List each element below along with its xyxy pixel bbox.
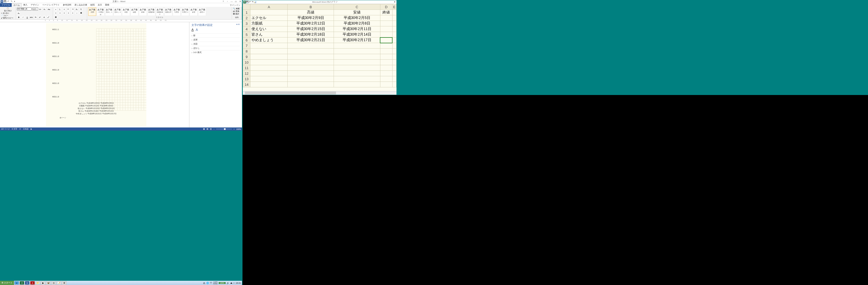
cell[interactable] (380, 32, 392, 37)
cell[interactable] (380, 21, 392, 26)
row-header[interactable]: 9 (243, 54, 250, 60)
effects-pane-close-icon[interactable]: ▾ ✕ (237, 23, 240, 27)
cell[interactable]: やめましょう (250, 37, 288, 43)
taskbar-acrobat-icon[interactable]: A (30, 281, 35, 285)
sort-icon[interactable]: A↓ (75, 7, 79, 11)
select-all-cell[interactable] (243, 4, 250, 10)
align-center-icon[interactable]: ≡ (58, 11, 62, 15)
tray-volume-icon[interactable]: 🔊 (227, 282, 229, 284)
vertical-ruler[interactable] (0, 22, 3, 128)
font-size-combo[interactable] (32, 7, 38, 10)
align-right-icon[interactable]: ≡ (62, 11, 66, 15)
taskbar-excel-icon[interactable]: X (20, 281, 24, 285)
col-header[interactable]: E (392, 4, 396, 10)
cell[interactable] (380, 15, 392, 21)
maximize-icon[interactable]: ▭ (235, 0, 237, 3)
cell[interactable]: 平成30年2月21日 (288, 37, 334, 43)
excel-grid[interactable]: ABCDE1高値安値終値2エクセル平成30年2月9日平成30年2月5日3方眼紙平… (243, 4, 397, 91)
view-print-icon[interactable]: ▦ (203, 128, 205, 130)
style-item[interactable]: あア亜斜体 (139, 7, 147, 16)
style-item[interactable]: あア亜見出し 2 (114, 7, 122, 16)
tab-layout[interactable]: ページ レイアウト (41, 3, 61, 7)
excel-undo-icon[interactable]: ↶ (249, 1, 251, 3)
row-header[interactable]: 4 (243, 26, 250, 32)
cell[interactable]: 使えない (250, 26, 288, 32)
cell[interactable]: 方眼紙 (250, 21, 288, 26)
style-item[interactable]: あア亜引用文 2 (181, 7, 189, 16)
close-icon[interactable]: ✕ (239, 0, 242, 3)
cell[interactable]: 平成30年2月8日 (334, 21, 380, 26)
distribute-icon[interactable]: ≡ (71, 11, 74, 15)
numbering-icon[interactable]: 1. (58, 7, 62, 11)
cell[interactable]: エクセル (250, 15, 288, 21)
select-button[interactable]: ☰ 選択 (233, 13, 241, 15)
status-lang[interactable]: 日本語 (23, 128, 29, 130)
row-header[interactable]: 12 (243, 71, 250, 76)
row-header[interactable]: 11 (243, 65, 250, 71)
cell[interactable]: 平成30年2月15日 (288, 26, 334, 32)
tray-shield-icon[interactable]: 🛡 (210, 282, 212, 284)
show-marks-icon[interactable]: ¶ (79, 7, 83, 11)
tray-network-icon[interactable]: 🌐 (206, 282, 209, 284)
excel-redo-icon[interactable]: ↷ (251, 1, 254, 3)
replace-button[interactable]: ab 置換 (233, 10, 241, 13)
style-gallery[interactable]: あア亜↓ 標準あア亜↓ 行間詰めあア亜見出し 1あア亜見出し 2あア亜表題あア亜… (88, 7, 230, 16)
page-canvas[interactable]: M33.1.1M33.1.0M33.1.0M33.1.0M33.1.0M33.1… (3, 22, 189, 128)
tab-review[interactable]: 校閲 (89, 3, 96, 7)
taskbar-ie-icon[interactable]: e (14, 281, 19, 285)
taskbar-word-icon[interactable]: W (25, 281, 30, 285)
grow-font-icon[interactable]: A↑ (38, 7, 42, 11)
text-effects-icon[interactable]: A (42, 15, 46, 19)
zoom-out-icon[interactable]: − (213, 128, 215, 130)
tab-file[interactable]: ファイル (0, 3, 11, 7)
cell[interactable]: 平成30年2月12日 (288, 21, 334, 26)
style-item[interactable]: あア亜副題 (130, 7, 138, 16)
excel-save-icon[interactable]: 💾 (246, 1, 249, 3)
cell[interactable]: 終値 (380, 10, 392, 15)
style-item[interactable]: あア亜参照 2 (198, 7, 206, 16)
style-item[interactable]: あア亜表題 (122, 7, 130, 16)
style-item[interactable]: あア亜強調斜体 2 (156, 7, 164, 16)
zoom-in-icon[interactable]: + (234, 128, 235, 130)
col-header[interactable]: D (380, 4, 392, 10)
cell[interactable]: 皆さん (250, 32, 288, 37)
clear-format-icon[interactable]: Aₓ (17, 12, 21, 15)
paste-button[interactable]: 📋貼り付け (1, 7, 14, 12)
save-icon[interactable]: 💾 (4, 0, 6, 3)
text-effects-tab-icon[interactable]: A (196, 28, 198, 32)
status-page[interactable]: 1/2 ページ (1, 128, 10, 130)
cell[interactable]: 平成30年2月14日 (334, 32, 380, 37)
align-left-icon[interactable]: ≡ (54, 11, 58, 15)
col-header[interactable]: A (250, 4, 288, 10)
excel-horizontal-scrollbar[interactable] (243, 91, 397, 95)
cell[interactable] (380, 26, 392, 32)
view-read-icon[interactable]: ▤ (207, 128, 209, 130)
view-web-icon[interactable]: ▥ (210, 128, 212, 130)
zoom-level[interactable]: 100% (236, 128, 241, 130)
indent-decrease-icon[interactable]: ⇤ (67, 7, 70, 11)
style-item[interactable]: あア亜強調斜体 (147, 7, 155, 16)
row-header[interactable]: 14 (243, 82, 250, 87)
ribbon-options-icon[interactable]: ▫ (226, 0, 229, 3)
excel-chart-icon[interactable]: 📊 (254, 1, 256, 3)
text-fill-outline-icon[interactable]: A (191, 28, 194, 32)
underline-icon[interactable]: U (25, 15, 29, 19)
tab-references[interactable]: 参考資料 (61, 3, 73, 7)
indent-increase-icon[interactable]: ⇥ (71, 7, 74, 11)
row-header[interactable]: 5 (243, 32, 250, 37)
taskbar-explorer-icon[interactable]: 📁 (35, 281, 40, 285)
style-item[interactable]: あア亜引用文 (173, 7, 181, 16)
clock[interactable]: 19:41 (236, 282, 241, 284)
status-macro-icon[interactable]: ▶ (31, 128, 32, 130)
effect-section[interactable]: ぼかし (191, 46, 240, 50)
cell[interactable]: 安値 (334, 10, 380, 15)
tab-developer[interactable]: 開発 (103, 3, 111, 7)
style-item[interactable]: あア亜参照 (190, 7, 197, 16)
find-button[interactable]: 🔍 検索 (233, 7, 241, 10)
zoom-slider[interactable] (216, 129, 232, 129)
col-header[interactable]: C (334, 4, 380, 10)
row-header[interactable]: 1 (243, 10, 250, 15)
tab-view[interactable]: 表示 (96, 3, 103, 7)
qat-customize-icon[interactable]: ▾ (13, 0, 16, 3)
start-button[interactable]: ⊞ スタート (0, 281, 14, 285)
